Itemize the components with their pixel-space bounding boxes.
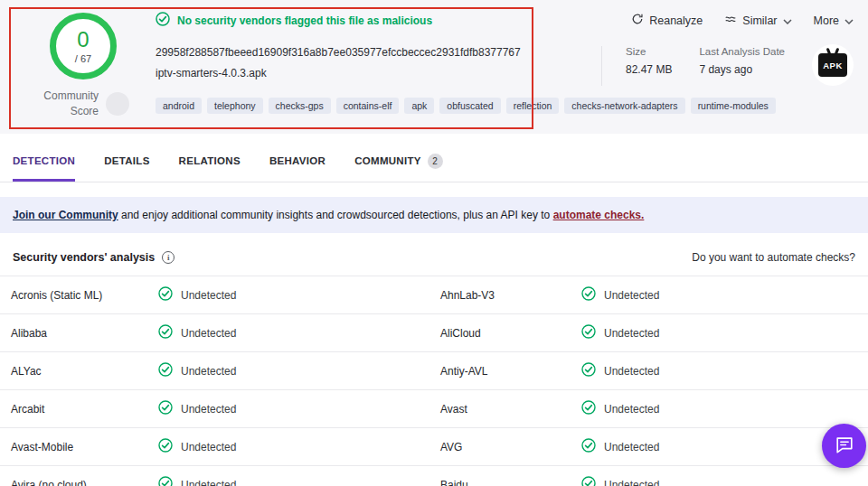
status-label: Undetected [181, 479, 236, 486]
tab-label: DETAILS [104, 155, 149, 166]
check-circle-icon [581, 400, 596, 417]
status-label: Undetected [181, 441, 236, 453]
tab-relations[interactable]: RELATIONS [179, 143, 241, 182]
vendor-status: Undetected [581, 362, 868, 379]
tag: reflection [506, 98, 560, 114]
community-score-widget[interactable] [106, 92, 129, 116]
tag: apk [404, 98, 434, 114]
date-value: 7 days ago [699, 63, 785, 76]
automate-prompt: Do you want to automate checks? [692, 251, 855, 264]
check-circle-icon [581, 438, 596, 455]
vendor-status: Undetected [158, 438, 440, 455]
vendor-name: Alibaba [11, 327, 158, 340]
vendor-name: Avira (no cloud) [11, 479, 158, 486]
score-column: 0 / 67 Community Score [11, 9, 156, 121]
chevron-down-icon [783, 14, 792, 27]
status-label: Undetected [181, 289, 236, 302]
last-analysis-date: Last Analysis Date 7 days ago [699, 46, 785, 76]
vendor-name: Avast [440, 403, 581, 416]
apk-file-type-icon: APK [812, 44, 854, 86]
vendor-status: Undetected [158, 476, 440, 486]
chevron-down-icon [844, 14, 854, 27]
tab-label: DETECTION [13, 155, 75, 166]
table-row: Alibaba Undetected AliCloud Undetected [0, 313, 868, 351]
vendor-name: AhnLab-V3 [440, 289, 581, 302]
date-label: Last Analysis Date [699, 46, 785, 57]
join-community-link[interactable]: Join our Community [13, 209, 118, 221]
similar-icon [724, 13, 737, 28]
tag: android [156, 98, 202, 114]
status-label: Undetected [604, 479, 659, 486]
more-label: More [814, 14, 839, 27]
file-meta: Size 82.47 MB Last Analysis Date 7 days … [601, 46, 854, 86]
header-actions: Reanalyze Similar More [631, 13, 854, 28]
vendor-name: AVG [440, 441, 581, 453]
status-label: Undetected [604, 327, 659, 340]
tab-detection[interactable]: DETECTION [13, 143, 75, 182]
chat-bubble-icon [835, 435, 854, 458]
tab-behavior[interactable]: BEHAVIOR [269, 143, 326, 182]
file-tags: android telephony checks-gps contains-el… [156, 98, 854, 114]
similar-button[interactable]: Similar [724, 13, 791, 28]
community-score-label: Community Score [37, 89, 99, 119]
table-row: Avast-Mobile Undetected AVG Undetected [0, 427, 868, 465]
vendor-status: Undetected [158, 400, 440, 417]
vendor-name: ALYac [11, 365, 158, 378]
score-total: / 67 [75, 53, 91, 64]
tab-label: RELATIONS [179, 155, 241, 166]
community-count-badge: 2 [428, 154, 443, 169]
info-icon[interactable]: i [162, 251, 175, 264]
file-report-header: 0 / 67 Community Score No security vendo… [0, 0, 868, 134]
automate-checks-link[interactable]: automate checks. [553, 209, 645, 221]
check-circle-icon [158, 324, 173, 341]
file-size: Size 82.47 MB [626, 46, 672, 76]
tag: runtime-modules [691, 98, 776, 114]
check-circle-icon [581, 476, 596, 486]
tag: checks-network-adapters [564, 98, 684, 114]
check-circle-icon [158, 476, 173, 486]
tag: obfuscated [439, 98, 500, 114]
alert-message: No security vendors flagged this file as… [177, 14, 432, 27]
status-label: Undetected [181, 327, 236, 340]
vendor-name: Avast-Mobile [11, 441, 158, 453]
file-summary: No security vendors flagged this file as… [156, 9, 854, 121]
tag: contains-elf [336, 98, 400, 114]
tab-community[interactable]: COMMUNITY 2 [354, 143, 443, 182]
table-row: ALYac Undetected Antiy-AVL Undetected [0, 351, 868, 389]
report-tabs: DETECTION DETAILS RELATIONS BEHAVIOR COM… [0, 143, 868, 182]
banner-text: and enjoy additional community insights … [118, 209, 553, 221]
vendor-analysis-table: Acronis (Static ML) Undetected AhnLab-V3… [0, 276, 868, 486]
status-label: Undetected [604, 289, 659, 302]
vendor-status: Undetected [581, 400, 868, 417]
check-circle-icon [156, 12, 170, 29]
status-label: Undetected [604, 403, 659, 416]
check-circle-icon [581, 362, 596, 379]
check-circle-icon [158, 286, 173, 304]
more-button[interactable]: More [814, 14, 854, 27]
tab-details[interactable]: DETAILS [104, 143, 149, 182]
size-label: Size [626, 46, 672, 57]
tab-label: COMMUNITY [354, 155, 421, 166]
vendor-name: AliCloud [440, 327, 581, 340]
tag: telephony [207, 98, 263, 114]
table-row: Arcabit Undetected Avast Undetected [0, 389, 868, 427]
analysis-header: Security vendors' analysis i Do you want… [0, 233, 868, 276]
vendor-status: Undetected [158, 362, 440, 379]
vendor-name: Arcabit [11, 403, 158, 416]
check-circle-icon [158, 400, 173, 417]
community-banner: Join our Community and enjoy additional … [0, 197, 868, 233]
reanalyze-label: Reanalyze [649, 14, 703, 27]
tag: checks-gps [269, 98, 331, 114]
file-type-label: APK [818, 53, 847, 77]
reanalyze-button[interactable]: Reanalyze [631, 13, 703, 28]
vendor-status: Undetected [158, 286, 440, 304]
check-circle-icon [581, 286, 596, 304]
file-identifiers: 29958f288587fbeeed16909f316a8b7ee035977e… [156, 46, 601, 86]
file-hash: 29958f288587fbeeed16909f316a8b7ee035977e… [156, 46, 592, 59]
chat-support-button[interactable] [822, 424, 866, 468]
similar-label: Similar [742, 14, 777, 27]
status-label: Undetected [604, 441, 659, 453]
status-label: Undetected [181, 365, 236, 378]
vendor-status: Undetected [581, 476, 868, 486]
vendor-name: Baidu [440, 479, 581, 486]
